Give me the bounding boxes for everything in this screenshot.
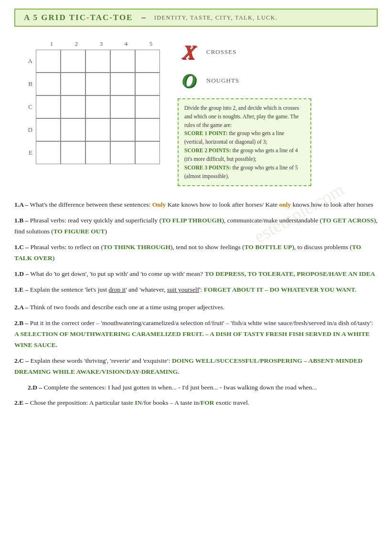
q-1e-line: 1.E – Explain the sentence 'let's just d… xyxy=(14,284,378,295)
crosses-legend-item: X CROSSES xyxy=(178,40,378,64)
q-2d-text: Complete the sentences: I had just gotte… xyxy=(43,384,317,391)
question-2a: 2.A – Think of two foods and describe ea… xyxy=(14,302,378,313)
grid-row-c: C xyxy=(14,95,163,118)
row-label-d: D xyxy=(14,126,36,134)
grid-rows: A B C xyxy=(14,50,163,164)
q-2c-text: Explain these words 'thriving', 'reverie… xyxy=(14,357,362,375)
title-dash: – xyxy=(141,13,146,22)
q-2b-text: Put it in the correct order – 'mouthwate… xyxy=(14,319,373,348)
q-1b-text: Phrasal verbs: read very quickly and sup… xyxy=(14,217,378,235)
grid-cells-a xyxy=(36,50,160,73)
cell-e5[interactable] xyxy=(135,141,160,164)
q-1c-line: 1.C – Phrasal verbs: to reflect on (TO T… xyxy=(14,242,378,264)
grid-row-b: B xyxy=(14,73,163,95)
cell-b3[interactable] xyxy=(85,73,110,95)
title-main: A 5 Grid Tic-Tac-Toe xyxy=(24,13,133,22)
cell-c2[interactable] xyxy=(61,95,85,118)
cell-e2[interactable] xyxy=(61,141,85,164)
question-1b: 1.B – Phrasal verbs: read very quickly a… xyxy=(14,215,378,237)
cell-d4[interactable] xyxy=(110,118,135,141)
cell-e4[interactable] xyxy=(110,141,135,164)
row-label-c: C xyxy=(14,103,36,111)
cell-a2[interactable] xyxy=(61,50,85,73)
cell-c4[interactable] xyxy=(110,95,135,118)
q-2d-indent: 2.D – Complete the sentences: I had just… xyxy=(14,384,317,391)
grid-cells-d xyxy=(36,118,160,141)
rules-intro: Divide the group into 2, and decide whic… xyxy=(184,105,299,128)
legend-rules: X CROSSES O NOUGHTS Divide the group int… xyxy=(178,40,378,186)
grid-row-d: D xyxy=(14,118,163,141)
cell-a1[interactable] xyxy=(36,50,61,73)
cell-d3[interactable] xyxy=(85,118,110,141)
question-1e: 1.E – Explain the sentence 'let's just d… xyxy=(14,284,378,295)
question-1c: 1.C – Phrasal verbs: to reflect on (TO T… xyxy=(14,242,378,264)
q-2c-line: 2.C – Explain these words 'thriving', 'r… xyxy=(14,356,378,378)
grid-area: 1 2 3 4 5 A B xyxy=(14,40,163,164)
q-2d-label: 2.D – xyxy=(28,384,42,391)
cell-c5[interactable] xyxy=(135,95,160,118)
col-4: 4 xyxy=(114,40,138,48)
question-2c: 2.C – Explain these words 'thriving', 'r… xyxy=(14,356,378,378)
question-2b: 2.B – Put it in the correct order – 'mou… xyxy=(14,318,378,351)
cell-d1[interactable] xyxy=(36,118,61,141)
q-2b-label: 2.B – xyxy=(14,319,28,326)
grid-row-e: E xyxy=(14,141,163,164)
rules-box: Divide the group into 2, and decide whic… xyxy=(178,98,311,186)
q-1b-line: 1.B – Phrasal verbs: read very quickly a… xyxy=(14,215,378,237)
q-2c-label: 2.C – xyxy=(14,357,29,364)
q-1d-text: What do 'to get down', 'to put up with' … xyxy=(30,270,375,277)
q-1d-label: 1.D – xyxy=(14,270,29,277)
q-2b-line: 2.B – Put it in the correct order – 'mou… xyxy=(14,318,378,351)
legend: X CROSSES O NOUGHTS xyxy=(178,40,378,93)
col-2: 2 xyxy=(64,40,89,48)
cell-a4[interactable] xyxy=(110,50,135,73)
row-label-b: B xyxy=(14,80,36,88)
question-2e: 2.E – Chose the preposition: A particula… xyxy=(14,398,378,409)
q-1b-label: 1.B – xyxy=(14,217,28,224)
cell-d5[interactable] xyxy=(135,118,160,141)
score2-label: SCORE 2 POINTS: xyxy=(184,147,231,153)
q-1a-text1: What's the difference between these sent… xyxy=(30,201,373,208)
cell-a3[interactable] xyxy=(85,50,110,73)
question-1a: 1.A – What's the difference between thes… xyxy=(14,200,378,211)
q-1c-label: 1.C – xyxy=(14,243,29,251)
cell-d2[interactable] xyxy=(61,118,85,141)
q-1a-label: 1.A – xyxy=(14,201,28,208)
cell-e3[interactable] xyxy=(85,141,110,164)
cell-b2[interactable] xyxy=(61,73,85,95)
grid-cells-c xyxy=(36,95,160,118)
q-1e-label: 1.E – xyxy=(14,286,28,293)
grid-cells-b xyxy=(36,73,160,95)
row-label-e: E xyxy=(14,149,36,157)
score3-label: SCORE 3 POINTS: xyxy=(184,165,231,170)
cell-c3[interactable] xyxy=(85,95,110,118)
q-2e-line: 2.E – Chose the preposition: A particula… xyxy=(14,398,378,409)
noughts-label: NOUGHTS xyxy=(206,77,239,84)
noughts-legend-item: O NOUGHTS xyxy=(178,69,378,93)
q-2a-label: 2.A – xyxy=(14,304,28,311)
top-section: 1 2 3 4 5 A B xyxy=(14,40,378,186)
row-label-a: A xyxy=(14,57,36,65)
o-icon: O xyxy=(178,69,201,93)
q-2a-line: 2.A – Think of two foods and describe ea… xyxy=(14,302,378,313)
cell-c1[interactable] xyxy=(36,95,61,118)
q-1a-line: 1.A – What's the difference between thes… xyxy=(14,200,378,211)
q-2a-text: Think of two foods and describe each one… xyxy=(30,304,224,311)
q-2d-line: 2.D – Complete the sentences: I had just… xyxy=(14,382,378,393)
cell-a5[interactable] xyxy=(135,50,160,73)
cell-b1[interactable] xyxy=(36,73,61,95)
q-1c-text: Phrasal verbs: to reflect on (TO THINK T… xyxy=(14,243,361,262)
title-bar: A 5 Grid Tic-Tac-Toe – Identity, Taste, … xyxy=(14,9,378,27)
cell-b4[interactable] xyxy=(110,73,135,95)
x-icon: X xyxy=(177,40,201,64)
grid-row-a: A xyxy=(14,50,163,73)
questions: 1.A – What's the difference between thes… xyxy=(14,200,378,409)
grid-cells-e xyxy=(36,141,160,164)
title-sub: Identity, Taste, City, Talk, Luck. xyxy=(154,14,278,21)
cell-b5[interactable] xyxy=(135,73,160,95)
q-2e-text: Chose the preposition: A particular tast… xyxy=(30,399,250,406)
col-3: 3 xyxy=(89,40,114,48)
cell-e1[interactable] xyxy=(36,141,61,164)
q-2e-label: 2.E – xyxy=(14,399,28,406)
q-1d-line: 1.D – What do 'to get down', 'to put up … xyxy=(14,269,378,280)
